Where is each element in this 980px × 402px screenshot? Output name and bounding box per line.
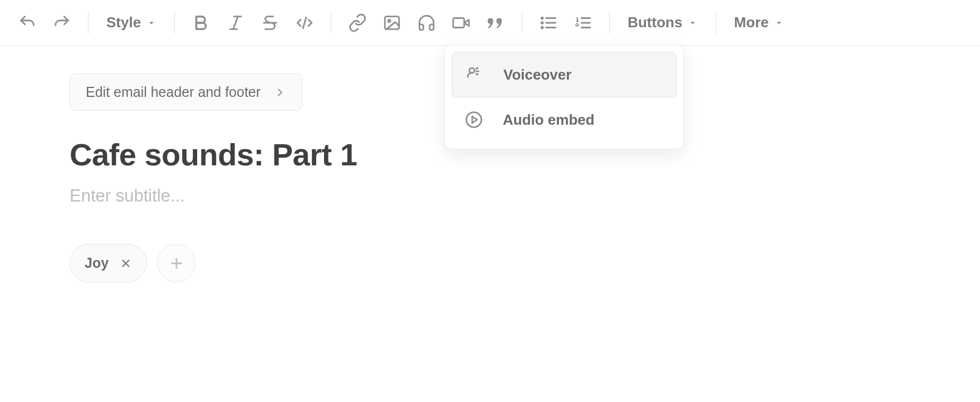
- audio-button[interactable]: [410, 7, 443, 39]
- link-button[interactable]: [341, 7, 374, 39]
- image-button[interactable]: [376, 7, 408, 39]
- svg-point-6: [388, 19, 390, 22]
- toolbar-divider: [174, 12, 175, 34]
- style-label: Style: [106, 14, 141, 31]
- headphones-icon: [417, 13, 436, 32]
- image-icon: [383, 13, 401, 32]
- style-dropdown-button[interactable]: Style: [99, 7, 164, 39]
- more-dropdown-button[interactable]: More: [726, 7, 792, 39]
- numbered-list-icon: [574, 13, 592, 32]
- caret-down-icon: [774, 18, 784, 28]
- svg-point-13: [541, 22, 543, 23]
- svg-line-2: [233, 16, 238, 29]
- edit-header-footer-button[interactable]: Edit email header and footer: [70, 73, 302, 111]
- svg-point-14: [541, 27, 543, 28]
- toolbar-divider: [88, 12, 89, 34]
- toolbar-divider: [331, 12, 331, 34]
- edit-header-footer-label: Edit email header and footer: [86, 84, 261, 100]
- tag-label: Joy: [85, 255, 109, 271]
- italic-button[interactable]: [219, 7, 252, 39]
- plus-icon: [169, 256, 184, 271]
- editor-content: Edit email header and footer Cafe sounds…: [0, 46, 980, 310]
- toolbar-divider: [716, 12, 716, 34]
- svg-point-12: [541, 17, 543, 19]
- video-icon: [452, 13, 471, 32]
- toolbar: Style Buttons More: [0, 0, 980, 46]
- buttons-label: Buttons: [628, 14, 682, 31]
- undo-icon: [18, 13, 37, 32]
- quote-icon: [486, 13, 505, 32]
- tag-chip[interactable]: Joy: [70, 244, 147, 282]
- svg-line-4: [303, 17, 306, 28]
- tags-row: Joy: [70, 244, 910, 282]
- close-icon[interactable]: [120, 257, 132, 269]
- strikethrough-icon: [261, 13, 280, 32]
- link-icon: [348, 13, 367, 32]
- post-title[interactable]: Cafe sounds: Part 1: [70, 136, 910, 173]
- video-button[interactable]: [445, 7, 477, 39]
- code-button[interactable]: [288, 7, 321, 39]
- svg-rect-7: [453, 18, 464, 27]
- bullet-list-icon: [539, 13, 558, 32]
- bold-icon: [192, 13, 210, 32]
- subtitle-input[interactable]: [70, 186, 910, 206]
- toolbar-divider: [609, 12, 610, 34]
- bold-button[interactable]: [185, 7, 217, 39]
- more-label: More: [734, 14, 768, 31]
- italic-icon: [226, 13, 245, 32]
- toolbar-divider: [522, 12, 522, 34]
- strikethrough-button[interactable]: [254, 7, 286, 39]
- numbered-list-button[interactable]: [567, 7, 599, 39]
- redo-icon: [52, 13, 71, 32]
- code-icon: [295, 13, 314, 32]
- buttons-dropdown-button[interactable]: Buttons: [620, 7, 705, 39]
- caret-down-icon: [688, 18, 698, 28]
- redo-button[interactable]: [46, 7, 78, 39]
- quote-button[interactable]: [479, 7, 512, 39]
- undo-button[interactable]: [11, 7, 43, 39]
- add-tag-button[interactable]: [157, 244, 195, 282]
- bullet-list-button[interactable]: [532, 7, 565, 39]
- caret-down-icon: [146, 18, 156, 28]
- chevron-right-icon: [274, 86, 286, 99]
